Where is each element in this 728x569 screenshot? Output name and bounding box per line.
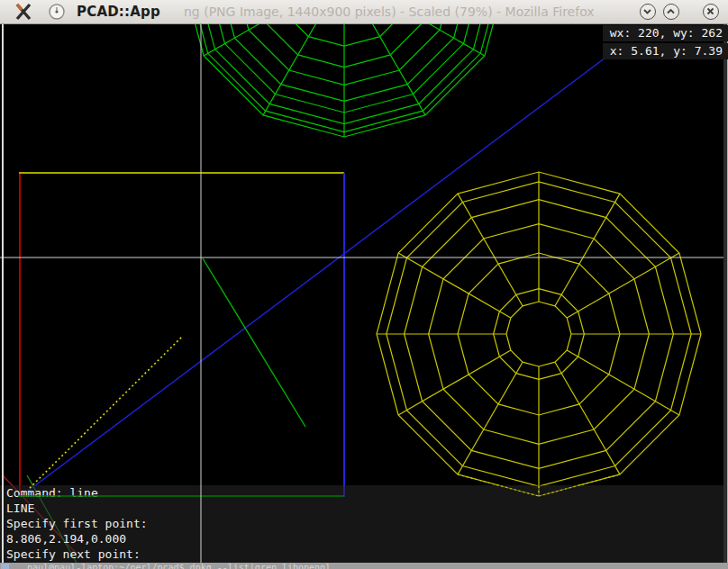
- titlebar: ng (PNG Image, 1440x900 pixels) - Scaled…: [0, 0, 728, 24]
- diagonal-green: [203, 258, 305, 427]
- window-menu-clock-icon[interactable]: [48, 3, 66, 21]
- world-coords: x: 5.61, y: 7.39: [603, 43, 728, 59]
- scrollbar-track[interactable]: [723, 24, 728, 563]
- terminal-text: paul@paul-laptop:~/perl/pcad$ dpkg --lis…: [27, 563, 331, 569]
- green-wireframe-sphere: [182, 24, 506, 137]
- console-prompt-line[interactable]: Specify next point:: [0, 546, 728, 562]
- console-line: Command: line: [0, 485, 728, 501]
- cad-drawing-canvas[interactable]: Command: line LINE Specify first point: …: [0, 24, 728, 563]
- console-line: LINE: [0, 501, 728, 516]
- chevron-up-icon: [664, 5, 678, 18]
- background-terminal-strip[interactable]: paul@paul-laptop:~/perl/pcad$ dpkg --lis…: [0, 563, 728, 569]
- pixel-coords: wx: 220, wy: 262: [603, 25, 728, 41]
- background-window-title: ng (PNG Image, 1440x900 pixels) - Scaled…: [184, 5, 595, 19]
- shade-button[interactable]: [640, 4, 656, 20]
- command-console[interactable]: Command: line LINE Specify first point: …: [0, 485, 728, 563]
- terminal-icon: [1, 564, 9, 569]
- diagonal-yellow-dotted: [30, 336, 183, 488]
- overlay-lines: [0, 24, 728, 563]
- chevron-down-icon: [641, 5, 654, 18]
- yellow-wireframe-sphere: [377, 172, 701, 496]
- close-button[interactable]: [703, 4, 719, 20]
- x11-logo-icon: [14, 3, 32, 21]
- diagonal-blue: [20, 47, 620, 497]
- wireframe-scene: [0, 24, 728, 563]
- canvas-left-border: [2, 24, 4, 563]
- coordinate-readout: wx: 220, wy: 262 x: 5.61, y: 7.39: [603, 25, 728, 59]
- console-line: 8.806,2.194,0.000: [0, 531, 728, 546]
- close-icon: [704, 5, 717, 18]
- app-window: ng (PNG Image, 1440x900 pixels) - Scaled…: [0, 0, 728, 569]
- console-line: Specify first point:: [0, 516, 728, 531]
- unshade-button[interactable]: [663, 4, 679, 20]
- window-title: PCAD::App: [77, 4, 160, 20]
